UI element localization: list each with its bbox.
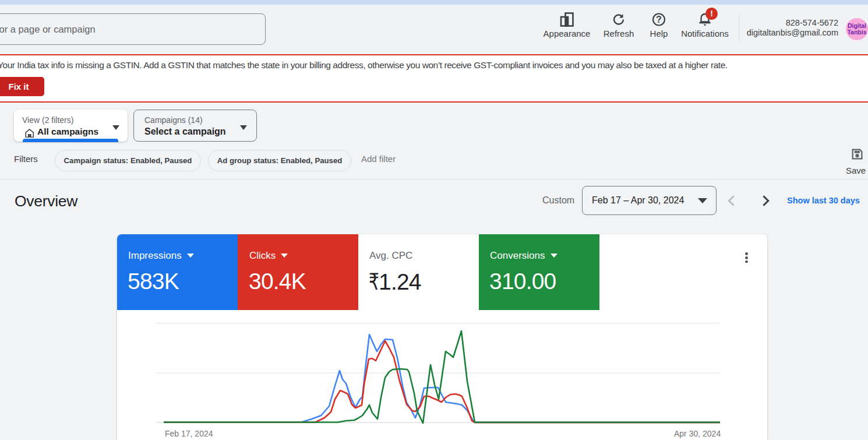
svg-text:?: ? <box>656 15 662 24</box>
